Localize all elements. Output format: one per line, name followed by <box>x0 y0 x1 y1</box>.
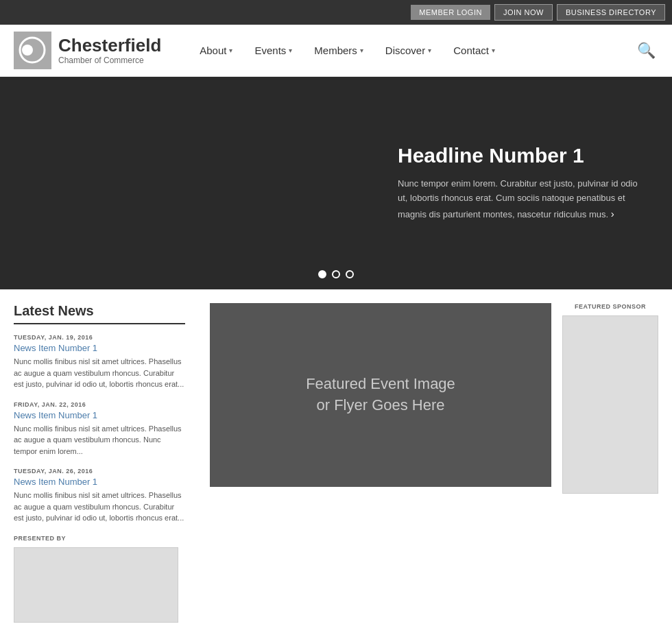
logo-sub: Chamber of Commerce <box>58 56 161 65</box>
read-more-arrow[interactable]: › <box>611 208 614 219</box>
search-icon: 🔍 <box>637 42 656 59</box>
slider-dot-1[interactable] <box>318 270 326 278</box>
hero-title: Headline Number 1 <box>398 144 645 167</box>
svg-point-2 <box>22 45 33 56</box>
news-item-title[interactable]: News Item Number 1 <box>14 343 185 353</box>
news-item-title[interactable]: News Item Number 1 <box>14 410 185 420</box>
hero-content: Headline Number 1 Nunc tempor enim lorem… <box>384 123 672 243</box>
nav-item-members[interactable]: Members ▾ <box>303 39 374 62</box>
slider-dot-3[interactable] <box>346 270 354 278</box>
join-now-button[interactable]: JOIN NOW <box>494 4 553 21</box>
main-nav: About ▾ Events ▾ Members ▾ Discover ▾ Co… <box>189 39 634 62</box>
main-content: Latest News TUESDAY, JAN. 19, 2016 News … <box>0 289 672 635</box>
slider-dot-2[interactable] <box>332 270 340 278</box>
nav-item-events[interactable]: Events ▾ <box>243 39 303 62</box>
nav-item-about[interactable]: About ▾ <box>189 39 243 62</box>
chevron-down-icon: ▾ <box>229 47 232 54</box>
sponsor-image-wide <box>14 547 178 623</box>
logo-area[interactable]: Chesterfield Chamber of Commerce <box>14 32 161 69</box>
chevron-down-icon: ▾ <box>360 47 363 54</box>
nav-item-discover[interactable]: Discover ▾ <box>374 39 442 62</box>
news-section: Latest News TUESDAY, JAN. 19, 2016 News … <box>14 303 199 623</box>
logo-icon <box>14 32 51 69</box>
news-date: TUESDAY, JAN. 26, 2016 <box>14 468 185 475</box>
news-date: FRIDAY, JAN. 22, 2016 <box>14 401 185 408</box>
top-bar: MEMBER LOGIN JOIN NOW BUSINESS DIRECTORY <box>0 0 672 25</box>
chevron-down-icon: ▾ <box>492 47 495 54</box>
news-item: TUESDAY, JAN. 26, 2016 News Item Number … <box>14 468 185 524</box>
slider-dots <box>318 270 354 278</box>
header: Chesterfield Chamber of Commerce About ▾… <box>0 25 672 77</box>
news-item-text: Nunc mollis finibus nisl sit amet ultric… <box>14 490 185 524</box>
nav-item-contact[interactable]: Contact ▾ <box>442 39 506 62</box>
search-button[interactable]: 🔍 <box>634 39 658 62</box>
news-section-title: Latest News <box>14 303 185 324</box>
presented-by-label: PRESENTED BY <box>14 535 185 542</box>
sponsor-image <box>562 315 658 494</box>
chevron-down-icon: ▾ <box>428 47 431 54</box>
featured-sponsor-label: FEATURED SPONSOR <box>562 303 658 310</box>
news-item: FRIDAY, JAN. 22, 2016 News Item Number 1… <box>14 401 185 457</box>
business-directory-button[interactable]: BUSINESS DIRECTORY <box>557 4 665 21</box>
member-login-button[interactable]: MEMBER LOGIN <box>411 5 490 20</box>
featured-event-text-line1: Featured Event Image <box>306 374 455 395</box>
featured-event-section: Featured Event Image or Flyer Goes Here <box>199 303 562 623</box>
news-item: TUESDAY, JAN. 19, 2016 News Item Number … <box>14 334 185 390</box>
sponsor-section: FEATURED SPONSOR <box>562 303 658 623</box>
hero-slider: Headline Number 1 Nunc tempor enim lorem… <box>0 77 672 289</box>
featured-event-text-line2: or Flyer Goes Here <box>316 395 444 416</box>
news-item-title[interactable]: News Item Number 1 <box>14 477 185 487</box>
chevron-down-icon: ▾ <box>289 47 292 54</box>
news-date: TUESDAY, JAN. 19, 2016 <box>14 334 185 341</box>
featured-event-box[interactable]: Featured Event Image or Flyer Goes Here <box>210 303 551 487</box>
logo-text: Chesterfield Chamber of Commerce <box>58 36 161 65</box>
logo-name: Chesterfield <box>58 36 161 56</box>
hero-description: Nunc tempor enim lorem. Curabitur est ju… <box>398 177 645 222</box>
news-item-text: Nunc mollis finibus nisl sit amet ultric… <box>14 356 185 390</box>
news-item-text: Nunc mollis finibus nisl sit amet ultric… <box>14 423 185 457</box>
